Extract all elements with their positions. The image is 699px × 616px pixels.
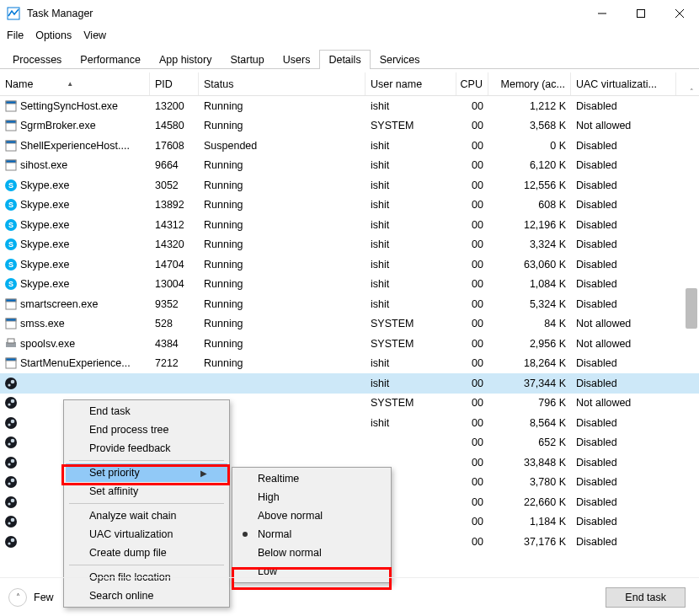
process-uac: Disabled [571, 159, 676, 171]
menu-options[interactable]: Options [35, 29, 72, 41]
context-menu[interactable]: End taskEnd process treeProvide feedback… [63, 399, 230, 608]
process-status: Running [199, 298, 366, 310]
table-row[interactable]: SSkype.exe3052Runningishit0012,556 KDisa… [0, 175, 699, 196]
table-row[interactable]: steamingishit0037,344 KDisabled [0, 373, 699, 394]
process-icon [5, 338, 17, 350]
menu-view[interactable]: View [83, 29, 106, 41]
table-row[interactable]: SSkype.exe13892Runningishit00608 KDisabl… [0, 196, 699, 216]
priority-item[interactable]: Below normal [234, 544, 389, 562]
fewer-details-toggle[interactable]: ˄ [8, 588, 27, 607]
process-status: Running [199, 219, 366, 231]
col-user[interactable]: User name [366, 72, 456, 95]
priority-item[interactable]: High [234, 488, 389, 506]
table-row[interactable]: sihost.exe9664Runningishit006,120 KDisab… [0, 156, 699, 176]
process-user: ishit [366, 100, 456, 112]
process-name: steam [20, 516, 49, 528]
svg-point-36 [5, 397, 17, 409]
tab-services[interactable]: Services [371, 50, 430, 69]
col-name[interactable]: Name▲ [0, 72, 150, 95]
table-row[interactable]: SgrmBroker.exe14580RunningSYSTEM003,568 … [0, 116, 699, 137]
table-row[interactable]: spoolsv.exe4384RunningSYSTEM002,956 KNot… [0, 334, 699, 354]
menu-item[interactable]: UAC virtualization [66, 525, 227, 544]
svg-point-47 [8, 463, 10, 465]
process-name: SgrmBroker.exe [20, 120, 96, 131]
close-button[interactable] [660, 0, 699, 27]
menu-item[interactable]: End task [66, 402, 227, 420]
tab-details[interactable]: Details [319, 50, 370, 69]
table-row[interactable]: StartMenuExperience...7212Runningishit00… [0, 354, 699, 374]
priority-item[interactable]: Realtime [234, 469, 389, 488]
priority-item[interactable]: Above normal [234, 506, 389, 525]
col-memory[interactable]: Memory (ac... [488, 72, 571, 95]
table-row[interactable]: smartscreen.exe9352Runningishit005,324 K… [0, 294, 699, 314]
table-row[interactable]: SSkype.exe14312Runningishit0012,196 KDis… [0, 215, 699, 235]
process-uac: Disabled [571, 417, 676, 429]
process-icon: S [5, 238, 17, 250]
process-memory: 3,568 K [488, 120, 571, 131]
process-pid: 528 [150, 318, 199, 329]
process-memory: 1,212 K [488, 100, 571, 112]
col-cpu[interactable]: CPU [456, 72, 488, 95]
process-uac: Disabled [571, 298, 676, 310]
svg-point-37 [11, 399, 15, 404]
tab-processes[interactable]: Processes [3, 50, 71, 69]
title-bar: Task Manager [0, 0, 699, 27]
process-icon [5, 318, 17, 329]
process-memory: 8,564 K [488, 417, 571, 429]
process-uac: Disabled [571, 378, 676, 389]
col-status[interactable]: Status [199, 72, 366, 95]
scroll-up-icon[interactable]: ˄ [686, 87, 697, 97]
process-uac: Disabled [571, 179, 676, 191]
svg-rect-28 [6, 319, 16, 321]
tab-app-history[interactable]: App history [150, 50, 221, 69]
table-row[interactable]: SSkype.exe14704Runningishit0063,060 KDis… [0, 254, 699, 275]
process-uac: Disabled [571, 100, 676, 112]
col-pid[interactable]: PID [150, 72, 199, 95]
table-row[interactable]: ShellExperienceHost....17608Suspendedish… [0, 136, 699, 156]
process-uac: Disabled [571, 357, 676, 369]
process-name: SettingSyncHost.exe [20, 100, 118, 112]
tab-performance[interactable]: Performance [71, 50, 150, 69]
svg-rect-8 [6, 121, 16, 123]
process-icon: S [5, 179, 17, 191]
process-name: smartscreen.exe [20, 298, 98, 310]
tab-users[interactable]: Users [274, 50, 320, 69]
scrollbar-thumb[interactable] [686, 288, 697, 329]
process-cpu: 00 [456, 120, 488, 131]
menu-item[interactable]: Create dump file [66, 544, 227, 562]
sort-asc-icon: ▲ [67, 80, 73, 88]
process-memory: 1,184 K [488, 516, 571, 528]
table-row[interactable]: smss.exe528RunningSYSTEM0084 KNot allowe… [0, 314, 699, 335]
process-uac: Disabled [571, 536, 676, 548]
maximize-button[interactable] [622, 0, 660, 27]
col-uac[interactable]: UAC virtualizati... [571, 72, 676, 95]
svg-point-46 [11, 458, 15, 463]
process-name: spoolsv.exe [20, 338, 75, 350]
process-cpu: 00 [456, 219, 488, 231]
process-name: Skype.exe [20, 278, 69, 290]
menu-item[interactable]: Provide feedback [66, 439, 227, 458]
table-row[interactable]: SSkype.exe14320Runningishit003,324 KDisa… [0, 235, 699, 255]
process-name: steam [20, 437, 49, 448]
svg-point-34 [11, 379, 15, 383]
svg-point-40 [11, 419, 15, 423]
minimize-button[interactable] [583, 0, 622, 27]
process-name: ShellExperienceHost.... [20, 140, 130, 152]
tab-startup[interactable]: Startup [221, 50, 273, 69]
priority-submenu[interactable]: RealtimeHighAbove normalNormalBelow norm… [232, 467, 392, 583]
menu-file[interactable]: File [7, 29, 24, 41]
table-row[interactable]: SSkype.exe13004Runningishit001,084 KDisa… [0, 275, 699, 295]
process-cpu: 00 [456, 357, 488, 369]
menu-item[interactable]: Set affinity [66, 482, 227, 501]
end-task-button[interactable]: End task [606, 587, 686, 608]
radio-checked-icon [243, 532, 248, 537]
priority-item[interactable]: Normal [234, 525, 389, 544]
process-cpu: 00 [456, 259, 488, 271]
process-memory: 796 K [488, 397, 571, 409]
menu-item[interactable]: Set priority▶ [66, 463, 227, 482]
process-cpu: 00 [456, 298, 488, 310]
menu-item[interactable]: End process tree [66, 420, 227, 439]
process-memory: 22,660 K [488, 496, 571, 508]
menu-item[interactable]: Analyze wait chain [66, 506, 227, 525]
table-row[interactable]: SettingSyncHost.exe13200Runningishit001,… [0, 96, 699, 116]
